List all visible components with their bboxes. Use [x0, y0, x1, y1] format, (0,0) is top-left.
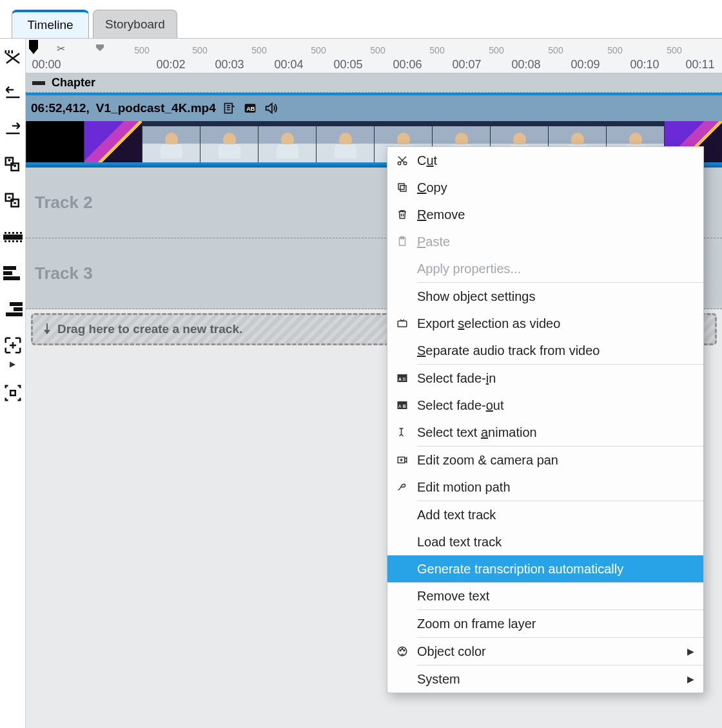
tab-bar: Timeline Storyboard: [0, 0, 722, 39]
menu-motion-path[interactable]: Edit motion path: [387, 474, 703, 501]
ruler-minor-label: 500: [667, 45, 681, 55]
thumbnail[interactable]: [258, 121, 316, 162]
svg-rect-8: [16, 232, 18, 234]
svg-rect-27: [398, 184, 404, 189]
menu-remove-text[interactable]: Remove text: [387, 582, 703, 609]
menu-zoom-camera-pan[interactable]: Edit zoom & camera pan: [387, 446, 703, 474]
menu-label: Select fade-in: [417, 371, 703, 386]
svg-rect-16: [3, 271, 12, 275]
menu-label: System: [417, 672, 703, 687]
svg-rect-12: [12, 240, 14, 242]
group-add-icon[interactable]: [1, 153, 24, 177]
menu-text-animation[interactable]: Select text animation: [387, 419, 703, 446]
submenu-arrow-icon: ▶: [687, 646, 694, 656]
menu-copy[interactable]: Copy: [387, 174, 703, 201]
menu-export-selection[interactable]: Export selection as video: [387, 310, 703, 337]
menu-remove[interactable]: Remove: [387, 201, 703, 228]
ruler-minor-label: 500: [251, 45, 266, 55]
ruler-label: 00:09: [571, 58, 600, 72]
tab-storyboard[interactable]: Storyboard: [93, 10, 177, 38]
clip-header[interactable]: 06:52,412, V1_podcast_4K.mp4 AB: [26, 95, 722, 121]
ruler-label: 00:03: [215, 58, 244, 72]
left-toolbar: ▶: [0, 39, 26, 728]
time-ruler[interactable]: ✂ 00:00 500 00:02 500 00:03 500 00:04 50…: [26, 39, 722, 73]
align-left-stack-icon[interactable]: [1, 262, 24, 285]
thumbnail[interactable]: [142, 121, 200, 162]
paste-icon: [387, 236, 417, 247]
crop-out-icon[interactable]: [1, 381, 24, 405]
ruler-minor-label: 500: [134, 45, 149, 55]
menu-separate-audio[interactable]: Separate audio track from video: [387, 337, 703, 364]
down-arrow-icon: [42, 323, 52, 335]
dropdown-arrow-icon[interactable]: ▶: [10, 359, 15, 369]
menu-label: Copy: [417, 180, 703, 195]
svg-rect-15: [3, 266, 16, 270]
ruler-label: 00:04: [274, 58, 303, 72]
audio-icon[interactable]: [264, 101, 278, 115]
chapter-bar[interactable]: Chapter: [26, 73, 722, 93]
ruler-minor-label: 500: [489, 45, 503, 55]
text-ab-icon[interactable]: AB: [243, 101, 257, 115]
svg-rect-13: [16, 240, 18, 242]
menu-label: Object color: [417, 644, 703, 659]
menu-show-object-settings[interactable]: Show object settings: [387, 283, 703, 310]
svg-rect-10: [5, 240, 6, 242]
menu-label: Generate transcription automatically: [417, 562, 703, 577]
menu-fade-out[interactable]: AB Select fade-out: [387, 392, 703, 419]
menu-zoom-frame-layer[interactable]: Zoom on frame layer: [387, 610, 703, 637]
ruler-label: 00:07: [452, 58, 481, 72]
menu-add-text-track[interactable]: Add text track: [387, 501, 703, 528]
menu-label: Select fade-out: [417, 398, 703, 413]
align-right-stack-icon[interactable]: [1, 298, 24, 321]
cut-start-icon[interactable]: [1, 81, 24, 104]
svg-rect-28: [400, 186, 406, 191]
copy-icon: [387, 182, 417, 193]
filmstrip-icon[interactable]: [1, 225, 24, 249]
svg-rect-18: [10, 302, 23, 306]
thumbnail[interactable]: [84, 121, 142, 162]
svg-text:A: A: [398, 404, 402, 408]
svg-point-42: [404, 650, 405, 651]
svg-rect-31: [398, 321, 407, 327]
svg-rect-7: [12, 232, 14, 234]
tab-timeline[interactable]: Timeline: [12, 10, 89, 38]
menu-label: Select text animation: [417, 425, 703, 440]
video-properties-icon[interactable]: [222, 101, 237, 115]
svg-rect-4: [3, 235, 23, 240]
thumbnail[interactable]: [316, 121, 374, 162]
svg-rect-14: [20, 240, 22, 242]
menu-system[interactable]: System ▶: [387, 666, 703, 693]
menu-fade-in[interactable]: AB Select fade-in: [387, 365, 703, 392]
menu-paste: Paste: [387, 228, 703, 255]
camera-pan-icon: [387, 454, 417, 466]
menu-label: Remove: [417, 207, 703, 222]
menu-label: Load text track: [417, 535, 703, 550]
tv-export-icon: [387, 318, 417, 329]
menu-label: Export selection as video: [417, 316, 703, 331]
fade-out-icon: AB: [387, 399, 417, 411]
menu-apply-properties: Apply properties...: [387, 255, 703, 282]
menu-object-color[interactable]: Object color ▶: [387, 638, 703, 665]
svg-rect-5: [5, 232, 6, 234]
thumbnail[interactable]: [200, 121, 258, 162]
thumbnail[interactable]: [26, 121, 84, 162]
crop-in-icon[interactable]: [1, 334, 24, 357]
cut-end-icon[interactable]: [1, 117, 24, 140]
clip-filename: V1_podcast_4K.mp4: [96, 101, 216, 115]
menu-cut[interactable]: Cut: [387, 147, 703, 174]
svg-rect-11: [8, 240, 10, 242]
ruler-minor-label: 500: [607, 45, 622, 55]
group-remove-icon[interactable]: [1, 189, 24, 213]
svg-rect-17: [3, 276, 20, 280]
menu-load-text-track[interactable]: Load text track: [387, 528, 703, 555]
motion-path-icon: [387, 481, 417, 493]
menu-label: Add text track: [417, 508, 703, 522]
svg-rect-19: [14, 307, 23, 311]
split-tool-icon[interactable]: [1, 45, 24, 68]
ruler-label: 00:06: [393, 58, 422, 72]
fade-in-icon: AB: [387, 372, 417, 384]
menu-generate-transcription[interactable]: Generate transcription automatically: [387, 555, 703, 582]
chapter-label: Chapter: [52, 76, 95, 90]
collapse-icon[interactable]: [32, 81, 45, 85]
drag-new-track-label: Drag here to create a new track.: [57, 322, 242, 336]
